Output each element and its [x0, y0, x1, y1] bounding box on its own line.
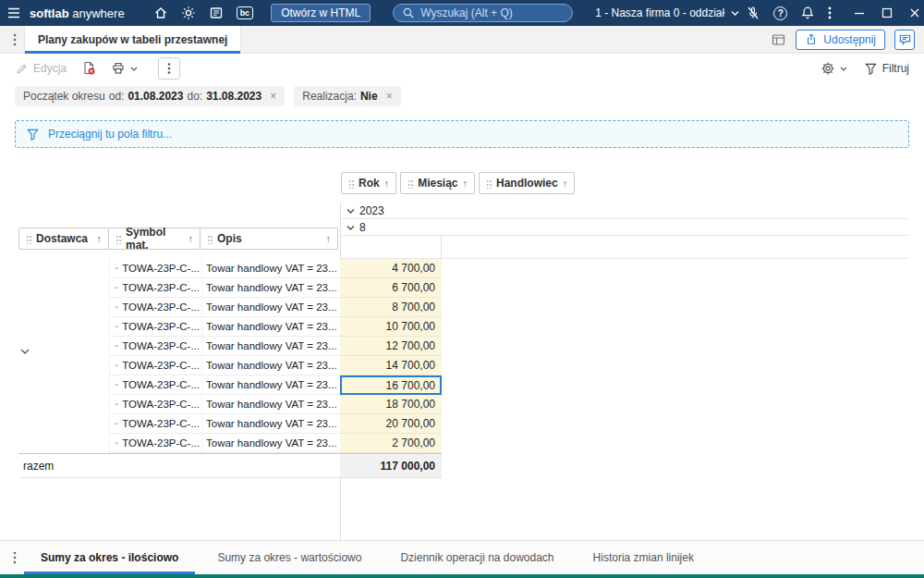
delete-document-button[interactable]: [81, 61, 96, 76]
topbar-more-button[interactable]: [821, 0, 838, 26]
settings-button[interactable]: [821, 61, 847, 76]
layout-panel-icon[interactable]: [771, 32, 786, 47]
apps-button[interactable]: [202, 0, 230, 26]
pivot-row-field-button[interactable]: Dostawca↑: [18, 228, 109, 250]
window-close-button[interactable]: [901, 0, 924, 26]
pivot-header-empty-row: [341, 236, 909, 259]
bottom-tab[interactable]: Sumy za okres - wartościowo: [201, 541, 378, 574]
share-button[interactable]: Udostępnij: [796, 30, 885, 50]
value-cell[interactable]: 2 700,00: [340, 434, 442, 453]
pivot-data-row: TOWA-23P-C-...Towar handlowy VAT = 23...…: [18, 298, 442, 317]
bottom-tab[interactable]: Historia zmian linijek: [577, 541, 711, 574]
microphone-button[interactable]: [739, 0, 767, 26]
pivot-group-row[interactable]: 2023: [341, 203, 909, 219]
dostawca-cell[interactable]: [18, 298, 109, 317]
opis-cell[interactable]: Towar handlowy VAT = 23...: [201, 278, 340, 298]
value-cell-selected[interactable]: 16 700,00: [340, 375, 442, 395]
filter-chip-period[interactable]: Początek okresu od: 01.08.2023 do: 31.08…: [15, 86, 285, 106]
filter-chip-realization[interactable]: Realizacja: Nie ×: [294, 86, 400, 106]
sort-ascending-icon: ↑: [563, 178, 568, 189]
symbol-cell[interactable]: TOWA-23P-C-...: [109, 434, 201, 453]
edit-button[interactable]: Edycja: [15, 62, 67, 76]
dostawca-cell[interactable]: [18, 259, 109, 278]
symbol-cell[interactable]: TOWA-23P-C-...: [109, 298, 201, 317]
pivot-data-row: TOWA-23P-C-...Towar handlowy VAT = 23...…: [18, 317, 442, 337]
bottom-tabs-options-button[interactable]: [0, 550, 24, 565]
chevron-down-icon: [346, 225, 355, 230]
opis-cell[interactable]: Towar handlowy VAT = 23...: [201, 337, 340, 356]
drag-handle-icon[interactable]: [26, 234, 31, 244]
pivot-group-row[interactable]: 8: [341, 219, 909, 236]
symbol-cell[interactable]: TOWA-23P-C-...: [109, 356, 201, 375]
opis-cell[interactable]: Towar handlowy VAT = 23...: [201, 356, 340, 375]
print-button[interactable]: [111, 61, 138, 76]
value-cell[interactable]: 4 700,00: [340, 259, 442, 278]
notifications-button[interactable]: [794, 0, 821, 26]
search-input[interactable]: [420, 6, 564, 19]
dostawca-cell[interactable]: [18, 317, 109, 337]
bc-button[interactable]: bc: [230, 0, 261, 26]
symbol-text: TOWA-23P-C-...: [122, 321, 200, 332]
symbol-cell[interactable]: TOWA-23P-C-...: [109, 317, 201, 337]
pivot-row-field-button[interactable]: Opis↑: [200, 228, 338, 250]
pivot-column-field-button[interactable]: Miesiąc↑: [400, 172, 475, 194]
dostawca-cell[interactable]: [18, 375, 109, 395]
value-cell[interactable]: 10 700,00: [340, 317, 442, 337]
filter-button[interactable]: Filtruj: [864, 62, 909, 76]
remove-filter-icon[interactable]: ×: [270, 90, 276, 103]
value-cell[interactable]: 6 700,00: [340, 278, 442, 298]
company-selector[interactable]: 1 - Nasza firma 0 - oddział: [595, 6, 739, 19]
opis-cell[interactable]: Towar handlowy VAT = 23...: [201, 395, 340, 414]
pivot-row-field-button[interactable]: Symbol mat.↑: [108, 228, 201, 250]
drag-handle-icon[interactable]: [486, 178, 492, 189]
dostawca-cell[interactable]: [18, 395, 109, 414]
symbol-cell[interactable]: TOWA-23P-C-...: [109, 337, 201, 356]
tab-options-button[interactable]: [0, 32, 24, 47]
drag-handle-icon[interactable]: [348, 178, 354, 189]
share-icon: [805, 32, 818, 46]
window-maximize-button[interactable]: [873, 0, 901, 26]
symbol-cell[interactable]: TOWA-23P-C-...: [109, 414, 201, 434]
dostawca-cell[interactable]: [18, 356, 109, 375]
bottom-tab-active[interactable]: Sumy za okres - ilościowo: [24, 541, 195, 574]
home-button[interactable]: [147, 0, 175, 26]
brightness-icon: [181, 6, 196, 20]
opis-cell[interactable]: Towar handlowy VAT = 23...: [201, 317, 340, 337]
tab-plany-zakupow[interactable]: Plany zakupów w tabeli przestawnej: [24, 26, 241, 54]
drag-handle-icon[interactable]: [207, 234, 213, 244]
bottom-tab[interactable]: Dziennik operacji na dowodach: [383, 541, 570, 574]
dostawca-cell[interactable]: [18, 337, 109, 356]
open-in-html-button[interactable]: Otwórz w HTML: [271, 4, 371, 22]
value-cell[interactable]: 14 700,00: [340, 356, 442, 375]
filter-drop-zone[interactable]: Przeciągnij tu pola filtru...: [15, 120, 909, 148]
comments-button[interactable]: [894, 30, 915, 50]
symbol-cell[interactable]: TOWA-23P-C-...: [109, 375, 201, 395]
dostawca-cell[interactable]: [18, 278, 109, 298]
opis-cell[interactable]: Towar handlowy VAT = 23...: [201, 414, 340, 434]
remove-filter-icon[interactable]: ×: [386, 90, 393, 103]
drag-handle-icon[interactable]: [116, 234, 121, 244]
menu-button[interactable]: [0, 0, 28, 26]
symbol-cell[interactable]: TOWA-23P-C-...: [109, 278, 201, 298]
total-value-cell[interactable]: 117 000,00: [340, 454, 442, 477]
dostawca-cell[interactable]: [18, 434, 109, 453]
toolbar-more-button[interactable]: [158, 57, 180, 80]
theme-button[interactable]: [175, 0, 202, 26]
value-cell[interactable]: 8 700,00: [340, 298, 442, 317]
value-cell[interactable]: 12 700,00: [340, 337, 442, 356]
help-button[interactable]: ?: [767, 0, 794, 26]
drag-handle-icon[interactable]: [407, 178, 413, 189]
opis-cell[interactable]: Towar handlowy VAT = 23...: [201, 259, 340, 278]
pivot-column-field-button[interactable]: Handlowiec↑: [479, 172, 575, 194]
symbol-cell[interactable]: TOWA-23P-C-...: [109, 259, 201, 278]
dostawca-cell[interactable]: [18, 414, 109, 434]
search-box[interactable]: [393, 4, 573, 22]
opis-cell[interactable]: Towar handlowy VAT = 23...: [201, 434, 340, 453]
value-cell[interactable]: 18 700,00: [340, 395, 442, 414]
symbol-cell[interactable]: TOWA-23P-C-...: [109, 395, 201, 414]
pivot-column-field-button[interactable]: Rok↑: [341, 172, 396, 194]
value-cell[interactable]: 20 700,00: [340, 414, 442, 434]
opis-cell[interactable]: Towar handlowy VAT = 23...: [201, 298, 340, 317]
opis-cell[interactable]: Towar handlowy VAT = 23...: [201, 375, 340, 395]
window-minimize-button[interactable]: [845, 0, 873, 26]
